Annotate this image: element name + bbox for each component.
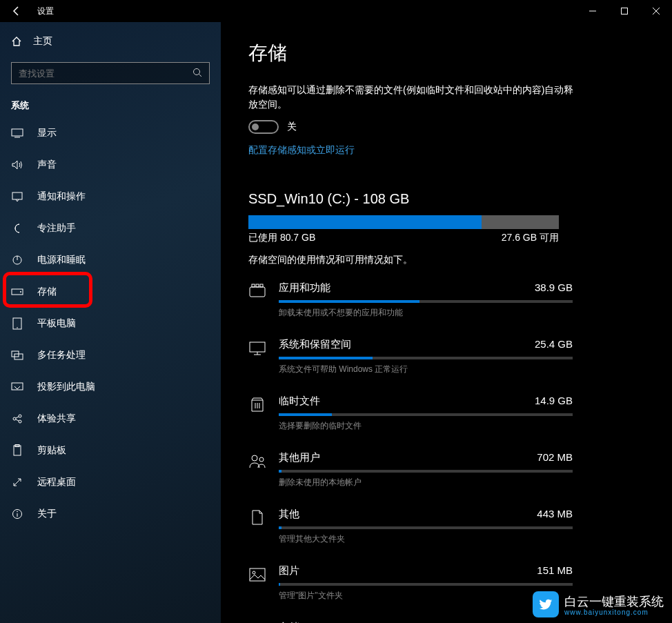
sidebar-item-projecting[interactable]: 投影到此电脑 [0,371,221,403]
category-name: 应用和功能 [279,281,330,295]
sidebar-item-remote[interactable]: 远程桌面 [0,466,221,498]
sidebar-item-about[interactable]: 关于 [0,498,221,530]
sidebar-item-focus[interactable]: 专注助手 [0,212,221,244]
display-icon [11,128,23,138]
sidebar-item-shared[interactable]: 体验共享 [0,403,221,435]
category-row[interactable]: 应用和功能 38.9 GB 卸载未使用或不想要的应用和功能 [248,281,573,319]
sidebar-item-notifications[interactable]: 通知和操作 [0,181,221,212]
watermark: 白云一键重装系统 www.baiyunxitong.com [533,591,664,617]
category-row[interactable]: 图片 151 MB 管理"图片"文件夹 [248,564,573,602]
category-row[interactable]: 其他 443 MB 管理其他大文件夹 [248,508,573,545]
category-row[interactable]: 临时文件 14.9 GB 选择要删除的临时文件 [248,395,573,432]
svg-rect-30 [252,284,255,287]
sidebar-home[interactable]: 主页 [0,28,221,55]
category-sub: 系统文件可帮助 Windows 正常运行 [279,364,573,375]
svg-point-36 [252,455,257,461]
moon-icon [11,223,23,234]
category-name: 其他 [279,508,299,521]
svg-line-25 [14,479,21,486]
remote-icon [11,477,23,488]
sidebar-item-multitask[interactable]: 多任务处理 [0,339,221,371]
category-bar [279,357,573,359]
maximize-button[interactable] [609,0,640,22]
sidebar-item-sound[interactable]: 声音 [0,149,221,181]
project-icon [11,382,23,392]
category-icon [248,453,266,471]
category-bar [279,300,573,303]
svg-rect-32 [260,284,263,287]
category-sub: 管理"图片"文件夹 [279,590,573,602]
sidebar-item-display[interactable]: 显示 [0,117,221,149]
svg-point-14 [17,327,18,328]
window-title: 设置 [37,6,54,17]
configure-link[interactable]: 配置存储感知或立即运行 [248,144,355,157]
category-sub: 管理其他大文件夹 [279,533,573,545]
category-sub: 删除未使用的本地帐户 [279,477,573,488]
svg-rect-1 [622,8,628,14]
category-size: 38.9 GB [535,281,573,295]
free-label: 27.6 GB 可用 [502,232,559,244]
category-size: 443 MB [537,508,573,521]
page-title: 存储 [248,40,672,66]
info-icon [11,508,23,520]
svg-line-21 [16,417,19,418]
home-label: 主页 [33,35,52,48]
svg-rect-6 [12,129,23,136]
svg-point-20 [19,420,21,423]
svg-rect-31 [256,284,259,287]
minimize-button[interactable] [577,0,609,22]
search-icon [192,67,203,78]
sidebar-item-storage[interactable]: 存储 [0,276,221,308]
category-bar [279,583,573,586]
category-icon [248,283,266,301]
category-icon [248,566,266,584]
category-icon [248,396,266,414]
sidebar-group: 系统 [11,99,221,112]
svg-point-12 [20,291,21,293]
category-name: 系统和保留空间 [279,338,351,351]
category-sub: 卸载未使用或不想要的应用和功能 [279,307,573,319]
sidebar: 主页 系统 显示 声音 通知和操作 专注助手 电源和睡眠 [0,22,221,623]
category-name: 临时文件 [279,395,320,408]
category-icon [248,509,266,527]
category-name: 其他用户 [279,451,320,464]
toggle-label: 关 [287,121,297,133]
sidebar-item-power[interactable]: 电源和睡眠 [0,244,221,276]
svg-rect-38 [250,568,265,581]
clipboard-icon [11,444,23,457]
category-sub: 选择要删除的临时文件 [279,420,573,432]
category-size: 25.4 GB [535,338,573,351]
content-area: 存储 存储感知可以通过删除不需要的文件(例如临时文件和回收站中的内容)自动释放空… [221,22,672,623]
sound-icon [11,159,23,170]
close-button[interactable] [640,0,672,22]
category-size: 14.9 GB [535,395,573,408]
svg-point-37 [259,457,264,462]
svg-rect-29 [250,287,265,297]
back-button[interactable] [0,0,33,22]
sidebar-item-clipboard[interactable]: 剪贴板 [0,435,221,466]
svg-point-39 [253,571,255,574]
search-input[interactable] [11,62,210,84]
svg-rect-8 [12,192,22,199]
svg-point-18 [13,417,16,420]
svg-point-19 [19,415,21,417]
svg-point-4 [194,69,200,75]
category-row[interactable]: 系统和保留空间 25.4 GB 系统文件可帮助 Windows 正常运行 [248,338,573,375]
watermark-icon [533,591,559,617]
drive-title: SSD_Win10 (C:) - 108 GB [248,191,672,207]
sidebar-item-tablet[interactable]: 平板电脑 [0,308,221,339]
svg-rect-33 [250,342,265,352]
category-bar [279,470,573,473]
category-row[interactable]: 其他用户 702 MB 删除未使用的本地帐户 [248,451,573,488]
storage-sense-toggle[interactable] [248,120,279,134]
used-label: 已使用 80.7 GB [248,232,315,244]
storage-icon [11,288,23,295]
tablet-icon [11,317,23,330]
multitask-icon [11,350,23,360]
category-bar [279,413,573,416]
power-icon [11,255,23,266]
category-icon [248,339,266,357]
category-size: 702 MB [537,451,573,464]
category-bar [279,526,573,529]
usage-desc: 存储空间的使用情况和可用情况如下。 [248,254,672,266]
